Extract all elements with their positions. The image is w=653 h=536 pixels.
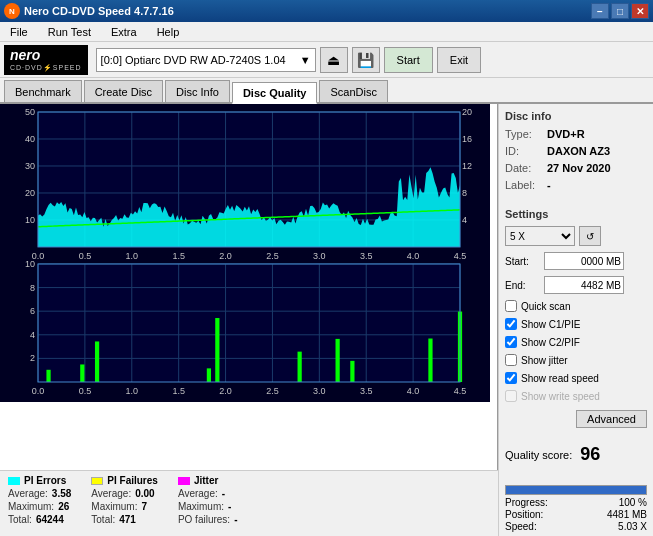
tab-disc-info[interactable]: Disc Info xyxy=(165,80,230,102)
pi-errors-stats: PI Errors Average: 3.58 Maximum: 26 Tota… xyxy=(8,475,71,534)
pif-max-label: Maximum: xyxy=(91,501,137,512)
exit-button[interactable]: Exit xyxy=(437,47,481,73)
tabs-bar: Benchmark Create Disc Disc Info Disc Qua… xyxy=(0,78,653,104)
right-panel: Disc info Type: DVD+R ID: DAXON AZ3 Date… xyxy=(498,104,653,536)
type-value: DVD+R xyxy=(547,128,585,140)
jitter-stats: Jitter Average: - Maximum: - PO failures… xyxy=(178,475,238,534)
save-button[interactable]: 💾 xyxy=(352,47,380,73)
show-c2pif-checkbox[interactable] xyxy=(505,336,517,348)
speed-value: 5.03 X xyxy=(618,521,647,532)
nero-logo-sub: CD·DVD⚡SPEED xyxy=(10,64,82,72)
nero-logo: nero CD·DVD⚡SPEED xyxy=(4,45,88,75)
show-read-speed-checkbox[interactable] xyxy=(505,372,517,384)
jitter-color xyxy=(178,477,190,485)
progress-bar-fill xyxy=(506,486,646,494)
pif-total-label: Total: xyxy=(91,514,115,525)
disc-info-section: Disc info xyxy=(505,110,647,122)
minimize-button[interactable]: − xyxy=(591,3,609,19)
tab-scan-disc[interactable]: ScanDisc xyxy=(319,80,387,102)
date-value: 27 Nov 2020 xyxy=(547,162,611,174)
pif-max-value: 7 xyxy=(141,501,147,512)
progress-section: Progress: 100 % Position: 4481 MB Speed:… xyxy=(505,485,647,533)
show-jitter-checkbox[interactable] xyxy=(505,354,517,366)
eject-button[interactable]: ⏏ xyxy=(320,47,348,73)
refresh-button[interactable]: ↺ xyxy=(579,226,601,246)
pif-avg-value: 0.00 xyxy=(135,488,154,499)
drive-selector[interactable]: [0:0] Optiarc DVD RW AD-7240S 1.04 ▼ xyxy=(96,48,316,72)
start-input[interactable] xyxy=(544,252,624,270)
position-label: Position: xyxy=(505,509,543,520)
po-failures-label: PO failures: xyxy=(178,514,230,525)
pi-failures-color xyxy=(91,477,103,485)
show-write-speed-label: Show write speed xyxy=(521,391,600,402)
quality-score: 96 xyxy=(580,444,600,465)
pi-avg-value: 3.58 xyxy=(52,488,71,499)
drive-label: [0:0] xyxy=(101,54,122,66)
tab-disc-quality[interactable]: Disc Quality xyxy=(232,82,318,104)
speed-label: Speed: xyxy=(505,521,537,532)
app-icon: N xyxy=(4,3,20,19)
pif-avg-label: Average: xyxy=(91,488,131,499)
id-key: ID: xyxy=(505,145,543,157)
pif-total-value: 471 xyxy=(119,514,136,525)
id-value: DAXON AZ3 xyxy=(547,145,610,157)
end-input[interactable] xyxy=(544,276,624,294)
drive-name: Optiarc DVD RW AD-7240S 1.04 xyxy=(125,54,286,66)
main-content: PI Errors Average: 3.58 Maximum: 26 Tota… xyxy=(0,104,653,536)
position-value: 4481 MB xyxy=(607,509,647,520)
tab-create-disc[interactable]: Create Disc xyxy=(84,80,163,102)
pi-total-label: Total: xyxy=(8,514,32,525)
end-label: End: xyxy=(505,280,540,291)
pi-errors-label: PI Errors xyxy=(24,475,66,486)
maximize-button[interactable]: □ xyxy=(611,3,629,19)
quality-label: Quality score: xyxy=(505,449,572,461)
menu-file[interactable]: File xyxy=(4,24,34,40)
close-button[interactable]: ✕ xyxy=(631,3,649,19)
jitter-label: Jitter xyxy=(194,475,218,486)
show-c1pie-label: Show C1/PIE xyxy=(521,319,580,330)
pi-errors-color xyxy=(8,477,20,485)
quick-scan-label: Quick scan xyxy=(521,301,570,312)
show-read-speed-label: Show read speed xyxy=(521,373,599,384)
show-c1pie-checkbox[interactable] xyxy=(505,318,517,330)
start-label: Start: xyxy=(505,256,540,267)
nero-logo-text: nero xyxy=(10,48,82,62)
jitter-max-value: - xyxy=(228,501,231,512)
advanced-button[interactable]: Advanced xyxy=(576,410,647,428)
progress-bar xyxy=(505,485,647,495)
pi-avg-label: Average: xyxy=(8,488,48,499)
pi-max-label: Maximum: xyxy=(8,501,54,512)
pi-total-value: 64244 xyxy=(36,514,64,525)
menu-run-test[interactable]: Run Test xyxy=(42,24,97,40)
speed-select[interactable]: 5 X 1 X 2 X 4 X 8 X Max xyxy=(505,226,575,246)
progress-label: Progress: xyxy=(505,497,548,508)
app-title: Nero CD-DVD Speed 4.7.7.16 xyxy=(24,5,174,17)
date-key: Date: xyxy=(505,162,543,174)
po-failures-value: - xyxy=(234,514,237,525)
charts-area xyxy=(0,104,498,470)
jitter-avg-label: Average: xyxy=(178,488,218,499)
pi-max-value: 26 xyxy=(58,501,69,512)
start-button[interactable]: Start xyxy=(384,47,433,73)
stats-row: PI Errors Average: 3.58 Maximum: 26 Tota… xyxy=(0,470,498,536)
show-c2pif-label: Show C2/PIF xyxy=(521,337,580,348)
label-value: - xyxy=(547,179,551,191)
toolbar: nero CD·DVD⚡SPEED [0:0] Optiarc DVD RW A… xyxy=(0,42,653,78)
jitter-max-label: Maximum: xyxy=(178,501,224,512)
show-write-speed-checkbox[interactable] xyxy=(505,390,517,402)
show-jitter-label: Show jitter xyxy=(521,355,568,366)
pi-failures-label: PI Failures xyxy=(107,475,158,486)
titlebar: N Nero CD-DVD Speed 4.7.7.16 − □ ✕ xyxy=(0,0,653,22)
pi-failures-stats: PI Failures Average: 0.00 Maximum: 7 Tot… xyxy=(91,475,158,534)
menubar: File Run Test Extra Help xyxy=(0,22,653,42)
settings-section: Settings xyxy=(505,208,647,220)
label-key: Label: xyxy=(505,179,543,191)
progress-value: 100 % xyxy=(619,497,647,508)
type-key: Type: xyxy=(505,128,543,140)
jitter-avg-value: - xyxy=(222,488,225,499)
tab-benchmark[interactable]: Benchmark xyxy=(4,80,82,102)
menu-help[interactable]: Help xyxy=(151,24,186,40)
quick-scan-checkbox[interactable] xyxy=(505,300,517,312)
menu-extra[interactable]: Extra xyxy=(105,24,143,40)
